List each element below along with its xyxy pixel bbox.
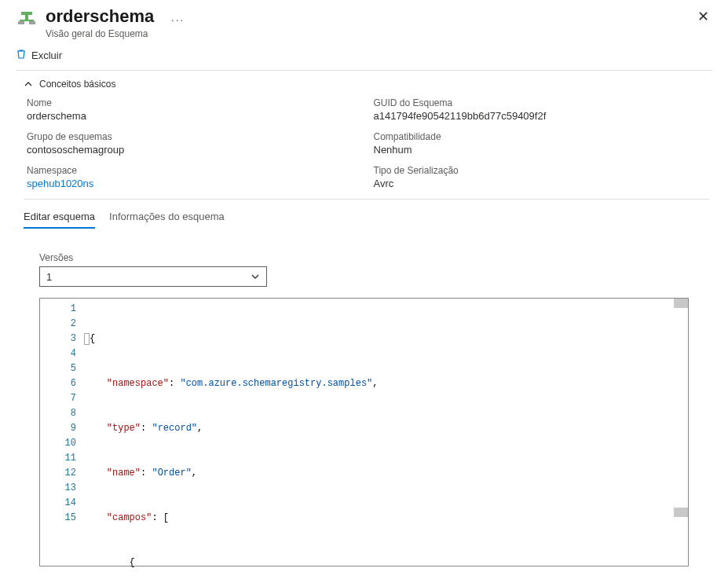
close-icon[interactable]: ✕ xyxy=(694,6,712,27)
basics-header: Conceitos básicos xyxy=(39,79,115,90)
svg-rect-0 xyxy=(21,12,32,15)
versions-select[interactable]: 1 xyxy=(39,266,267,287)
chevron-down-icon xyxy=(251,272,260,281)
minimap-bottom xyxy=(674,508,688,517)
schema-editor[interactable]: 1 2 3 4 5 6 7 8 9 10 11 12 13 14 15 { "n… xyxy=(39,298,689,566)
tab-edit-schema[interactable]: Editar esquema xyxy=(24,211,95,229)
code-content[interactable]: { "namespace": "com.azure.schemaregistry… xyxy=(84,299,688,566)
field-name: Nome orderschema xyxy=(27,97,358,122)
namespace-label: Namespace xyxy=(27,165,358,176)
field-guid: GUID do Esquema a141794fe90542119bb6d77c… xyxy=(374,97,705,122)
svg-rect-3 xyxy=(29,21,35,24)
group-label: Grupo de esquemas xyxy=(27,131,358,142)
versions-selected: 1 xyxy=(46,271,52,283)
name-value: orderschema xyxy=(27,110,358,122)
schema-icon xyxy=(16,9,38,31)
name-label: Nome xyxy=(27,97,358,108)
group-value: contososchemagroup xyxy=(27,144,358,156)
field-compat: Compatibilidade Nenhum xyxy=(374,131,705,156)
compat-label: Compatibilidade xyxy=(374,131,705,142)
delete-button[interactable]: Excluir xyxy=(16,49,62,62)
namespace-link[interactable]: spehub1020ns xyxy=(27,178,358,189)
tab-schema-info[interactable]: Informações do esquema xyxy=(109,211,225,229)
serialization-label: Tipo de Serialização xyxy=(374,165,705,176)
field-group: Grupo de esquemas contososchemagroup xyxy=(27,131,358,156)
versions-label: Versões xyxy=(39,252,689,263)
guid-label: GUID do Esquema xyxy=(374,97,705,108)
chevron-up-icon xyxy=(24,79,33,89)
svg-rect-2 xyxy=(18,21,24,24)
line-gutter: 1 2 3 4 5 6 7 8 9 10 11 12 13 14 15 xyxy=(40,299,84,566)
svg-rect-5 xyxy=(20,20,34,21)
more-actions[interactable]: ··· xyxy=(171,13,185,26)
compat-value: Nenhum xyxy=(374,144,705,156)
field-serialization: Tipo de Serialização Avrc xyxy=(374,165,705,189)
page-title: orderschema xyxy=(46,6,154,27)
minimap-top xyxy=(674,299,688,308)
guid-value: a141794fe90542119bb6d77c59409f2f xyxy=(374,110,705,122)
page-subtitle: Visão geral do Esquema xyxy=(46,28,694,39)
serialization-value: Avrc xyxy=(374,178,705,189)
field-namespace: Namespace spehub1020ns xyxy=(27,165,358,189)
basics-toggle[interactable]: Conceitos básicos xyxy=(24,79,704,90)
delete-label: Excluir xyxy=(31,50,62,61)
trash-icon xyxy=(16,49,27,62)
